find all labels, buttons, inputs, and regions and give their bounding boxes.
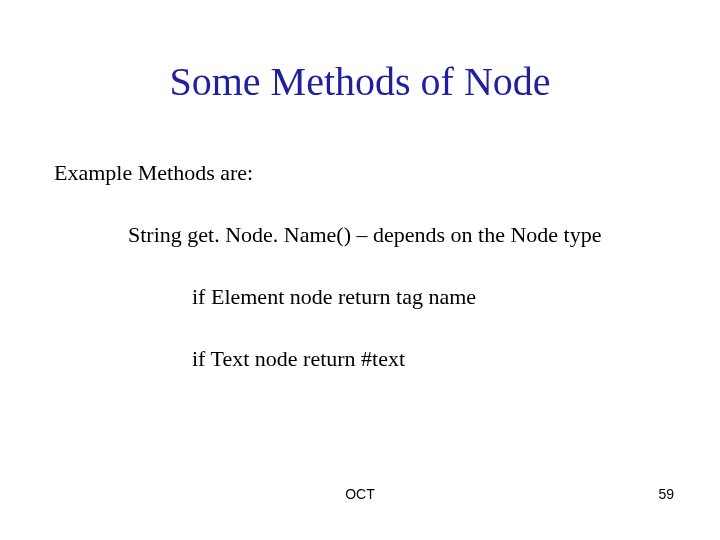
body-method-1: String get. Node. Name() – depends on th… — [128, 222, 602, 248]
footer-center: OCT — [0, 486, 720, 502]
body-method-1-sub-2: if Text node return #text — [192, 346, 405, 372]
footer-page-number: 59 — [658, 486, 674, 502]
body-method-1-sub-1: if Element node return tag name — [192, 284, 476, 310]
slide-title: Some Methods of Node — [0, 58, 720, 105]
body-intro: Example Methods are: — [54, 160, 253, 186]
slide: Some Methods of Node Example Methods are… — [0, 0, 720, 540]
